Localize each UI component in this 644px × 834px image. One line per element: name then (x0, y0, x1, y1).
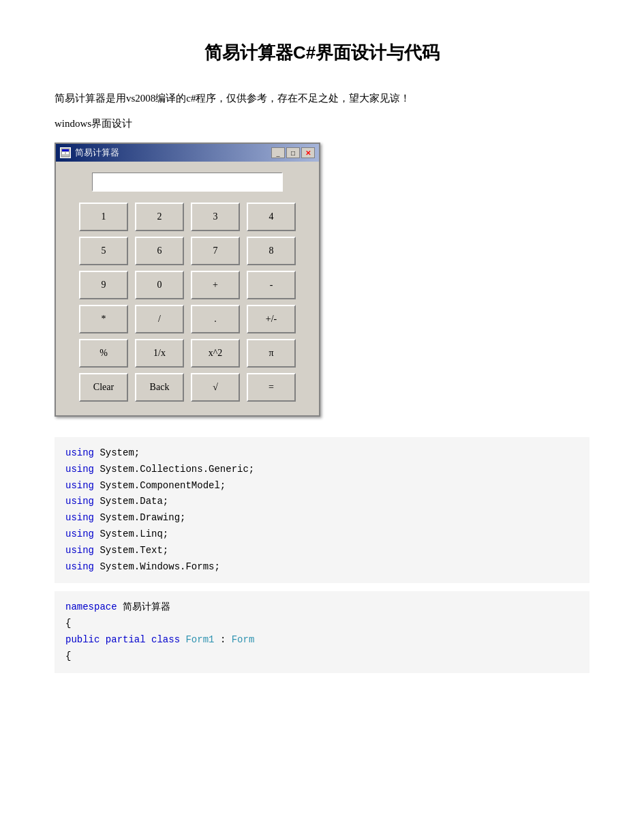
calc-row-1: 1 2 3 4 (79, 203, 296, 231)
code-line-3: using System.ComponentModel; (65, 478, 579, 494)
code-line-1: using System; (65, 445, 579, 462)
btn-multiply[interactable]: * (79, 305, 128, 333)
code-using-block: using System; using System.Collections.G… (55, 437, 589, 583)
svg-rect-1 (62, 149, 69, 151)
calculator-window: 简易计算器 _ □ ✕ 1 2 3 4 5 6 7 8 (55, 143, 320, 417)
btn-7[interactable]: 7 (191, 237, 240, 265)
code-namespace-block: namespace 简易计算器 { public partial class F… (55, 591, 589, 672)
calc-title-text: 简易计算器 (75, 147, 119, 159)
code-inner-brace: { (65, 649, 579, 665)
btn-minus[interactable]: - (247, 271, 296, 299)
btn-0[interactable]: 0 (135, 271, 184, 299)
btn-pi[interactable]: π (247, 339, 296, 368)
btn-plusminus[interactable]: +/- (247, 305, 296, 333)
btn-sqrt[interactable]: √ (191, 373, 240, 402)
maximize-button[interactable]: □ (286, 147, 300, 158)
btn-5[interactable]: 5 (79, 237, 128, 265)
code-line-4: using System.Data; (65, 494, 579, 510)
titlebar: 简易计算器 _ □ ✕ (56, 144, 319, 162)
btn-percent[interactable]: % (79, 339, 128, 368)
calc-body: 1 2 3 4 5 6 7 8 9 0 + - * / (56, 162, 319, 415)
btn-equals[interactable]: = (247, 373, 296, 402)
btn-plus[interactable]: + (191, 271, 240, 299)
btn-dot[interactable]: . (191, 305, 240, 333)
calc-row-6: Clear Back √ = (79, 373, 296, 402)
btn-back[interactable]: Back (135, 373, 184, 402)
code-open-brace: { (65, 616, 579, 632)
btn-1[interactable]: 1 (79, 203, 128, 231)
display-input[interactable] (92, 173, 283, 192)
btn-reciprocal[interactable]: 1/x (135, 339, 184, 368)
btn-square[interactable]: x^2 (191, 339, 240, 368)
code-line-7: using System.Text; (65, 543, 579, 559)
btn-3[interactable]: 3 (191, 203, 240, 231)
calc-display (70, 173, 305, 192)
app-icon (60, 147, 71, 158)
calc-row-2: 5 6 7 8 (79, 237, 296, 265)
page-title: 简易计算器C#界面设计与代码 (55, 41, 589, 65)
code-namespace-line: namespace 简易计算器 (65, 599, 579, 616)
code-class-line: public partial class Form1 : Form (65, 632, 579, 649)
btn-9[interactable]: 9 (79, 271, 128, 299)
calc-row-4: * / . +/- (79, 305, 296, 333)
title-buttons: _ □ ✕ (271, 147, 315, 158)
windows-label: windows界面设计 (55, 117, 589, 130)
btn-4[interactable]: 4 (247, 203, 296, 231)
btn-8[interactable]: 8 (247, 237, 296, 265)
calc-row-3: 9 0 + - (79, 271, 296, 299)
btn-2[interactable]: 2 (135, 203, 184, 231)
btn-6[interactable]: 6 (135, 237, 184, 265)
svg-rect-3 (66, 152, 69, 154)
close-button[interactable]: ✕ (301, 147, 315, 158)
code-line-6: using System.Linq; (65, 526, 579, 543)
intro-text: 简易计算器是用vs2008编译的c#程序，仅供参考，存在不足之处，望大家见谅！ (55, 92, 589, 105)
code-line-5: using System.Drawing; (65, 510, 579, 526)
btn-divide[interactable]: / (135, 305, 184, 333)
btn-clear[interactable]: Clear (79, 373, 128, 402)
code-line-2: using System.Collections.Generic; (65, 462, 579, 478)
minimize-button[interactable]: _ (271, 147, 285, 158)
calc-buttons: 1 2 3 4 5 6 7 8 9 0 + - * / (70, 203, 305, 402)
title-left: 简易计算器 (60, 147, 119, 159)
svg-rect-2 (62, 152, 65, 154)
code-line-8: using System.Windows.Forms; (65, 559, 579, 576)
calc-row-5: % 1/x x^2 π (79, 339, 296, 368)
